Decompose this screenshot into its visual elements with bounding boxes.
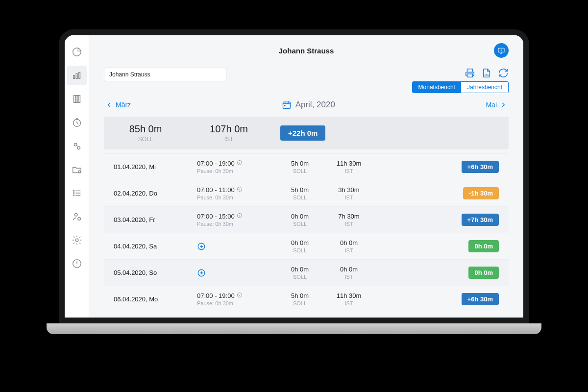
day-date: 01.04.2020, Mi xyxy=(114,163,197,171)
calendar-icon xyxy=(282,100,292,110)
day-times: 07:00 - 19:00Pause: 0h 30m xyxy=(197,292,275,306)
info-icon[interactable] xyxy=(237,186,243,194)
svg-point-12 xyxy=(73,193,74,194)
day-delta: +6h 30m xyxy=(373,161,499,173)
pause-label: Pause: 0h 30m xyxy=(197,168,275,174)
day-row[interactable]: 01.04.2020, Mi07:00 - 19:00Pause: 0h 30m… xyxy=(104,153,509,180)
day-row[interactable]: 03.04.2020, Fr07:00 - 15:00Pause: 0h 30m… xyxy=(104,206,509,233)
employee-name-input[interactable] xyxy=(104,68,226,81)
sidebar-dashboard-icon[interactable] xyxy=(67,42,87,62)
svg-point-8 xyxy=(74,144,77,147)
sidebar-reports-icon[interactable] xyxy=(67,66,87,85)
header-display-button[interactable] xyxy=(494,43,509,58)
svg-point-10 xyxy=(78,171,81,173)
day-soll: 0h 0mSOLL xyxy=(275,213,324,227)
delta-badge: -1h 30m xyxy=(463,187,499,199)
info-icon[interactable] xyxy=(237,292,243,299)
svg-point-14 xyxy=(74,214,77,217)
day-row[interactable]: 06.04.2020, Mo07:00 - 19:00Pause: 0h 30m… xyxy=(104,286,509,312)
svg-rect-6 xyxy=(78,96,80,103)
current-month: April, 2020 xyxy=(282,100,335,110)
svg-rect-3 xyxy=(78,73,80,79)
svg-point-13 xyxy=(73,195,74,196)
day-row[interactable]: 04.04.2020, Sa0h 0mSOLL0h 0mIST0h 0m xyxy=(104,233,509,259)
day-date: 03.04.2020, Fr xyxy=(114,216,197,223)
sidebar-archive-icon[interactable] xyxy=(67,89,87,109)
summary-soll-value: 85h 0m xyxy=(114,123,177,135)
svg-point-11 xyxy=(73,191,74,192)
sidebar-folder-icon[interactable] xyxy=(67,160,87,179)
svg-rect-2 xyxy=(76,74,77,78)
page-title: Johann Strauss xyxy=(279,47,334,55)
day-delta: -1h 30m xyxy=(373,187,499,199)
svg-text:CSV: CSV xyxy=(484,74,489,76)
prev-month-label: März xyxy=(116,101,131,109)
day-times: 07:00 - 15:00Pause: 0h 30m xyxy=(197,213,275,227)
report-type-toggle: Monatsbericht Jahresbericht xyxy=(412,81,509,93)
next-month-label: Mai xyxy=(486,101,497,109)
day-row[interactable]: 02.04.2020, Do07:00 - 11:00Pause: 0h 30m… xyxy=(104,180,509,206)
delta-badge: +6h 30m xyxy=(462,293,499,305)
svg-rect-19 xyxy=(467,74,473,77)
day-date: 05.04.2020, So xyxy=(114,269,197,276)
svg-point-9 xyxy=(77,147,80,149)
svg-rect-21 xyxy=(283,102,290,108)
day-soll: 5h 0mSOLL xyxy=(275,186,324,200)
svg-rect-4 xyxy=(74,96,75,103)
day-delta: +7h 30m xyxy=(373,214,499,226)
day-ist: 3h 30mIST xyxy=(324,186,373,200)
day-soll: 5h 0mSOLL xyxy=(275,292,324,306)
prev-month-button[interactable]: März xyxy=(106,101,131,109)
day-delta: 0h 0m xyxy=(373,267,499,279)
sidebar-timer-icon[interactable] xyxy=(67,113,87,132)
sidebar-settings-group-icon[interactable] xyxy=(67,136,87,156)
month-summary: 85h 0m SOLL 107h 0m IST +22h 0m xyxy=(104,117,509,149)
monthly-report-tab[interactable]: Monatsbericht xyxy=(413,82,461,93)
pause-label: Pause: 0h 30m xyxy=(197,300,275,306)
refresh-icon[interactable] xyxy=(498,68,509,78)
day-delta: 0h 0m xyxy=(373,240,499,252)
sidebar-logout-icon[interactable] xyxy=(67,254,87,273)
delta-badge: 0h 0m xyxy=(468,267,499,279)
next-month-button[interactable]: Mai xyxy=(486,101,507,109)
svg-rect-5 xyxy=(76,96,78,103)
info-icon[interactable] xyxy=(237,213,243,220)
svg-rect-22 xyxy=(284,105,286,106)
print-icon[interactable] xyxy=(465,68,475,78)
day-row[interactable]: 05.04.2020, So0h 0mSOLL0h 0mIST0h 0m xyxy=(104,259,509,286)
export-csv-icon[interactable]: CSV xyxy=(481,68,492,78)
day-rows-container: 01.04.2020, Mi07:00 - 19:00Pause: 0h 30m… xyxy=(104,153,509,318)
pause-label: Pause: 0h 30m xyxy=(197,221,275,227)
svg-point-16 xyxy=(75,239,78,242)
summary-ist-value: 107h 0m xyxy=(197,123,261,135)
svg-point-15 xyxy=(77,218,80,220)
sidebar-user-settings-icon[interactable] xyxy=(67,207,87,226)
day-date: 02.04.2020, Do xyxy=(114,190,197,197)
sidebar xyxy=(65,35,89,318)
day-soll: 0h 0mSOLL xyxy=(275,266,324,280)
time-range: 07:00 - 19:00 xyxy=(197,160,275,167)
day-times xyxy=(197,242,275,251)
delta-badge: 0h 0m xyxy=(468,240,499,252)
day-soll: 5h 0mSOLL xyxy=(275,160,324,174)
day-times: 07:00 - 19:00Pause: 0h 30m xyxy=(197,160,275,174)
delta-badge: +7h 30m xyxy=(462,214,499,226)
day-soll: 0h 0mSOLL xyxy=(275,239,324,253)
add-time-icon[interactable] xyxy=(197,269,206,277)
sidebar-settings-icon[interactable] xyxy=(67,230,87,250)
add-time-icon[interactable] xyxy=(197,242,206,251)
yearly-report-tab[interactable]: Jahresbericht xyxy=(461,82,508,93)
day-date: 06.04.2020, Mo xyxy=(114,295,197,303)
time-range: 07:00 - 15:00 xyxy=(197,213,275,220)
day-ist: 0h 0mIST xyxy=(324,266,373,280)
day-ist: 11h 30mIST xyxy=(324,160,373,174)
info-icon[interactable] xyxy=(237,160,243,167)
time-range: 07:00 - 11:00 xyxy=(197,186,275,194)
svg-rect-1 xyxy=(73,75,74,78)
day-delta: +6h 30m xyxy=(373,293,499,305)
pause-label: Pause: 0h 30m xyxy=(197,195,275,200)
sidebar-list-icon[interactable] xyxy=(67,183,87,203)
time-range: 07:00 - 19:00 xyxy=(197,292,275,299)
day-ist: 0h 0mIST xyxy=(324,239,373,253)
day-ist: 7h 30mIST xyxy=(324,213,373,227)
